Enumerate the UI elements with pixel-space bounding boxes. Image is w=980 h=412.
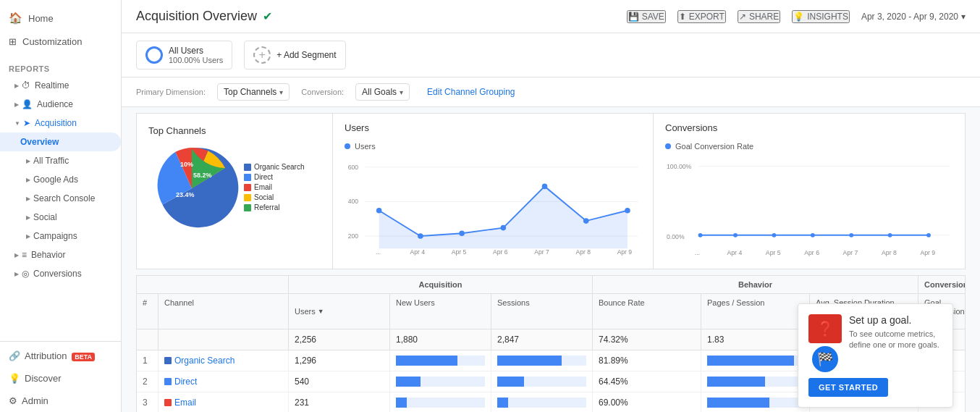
expand-icon: ▶ bbox=[14, 101, 19, 108]
conversion-label: Conversion: bbox=[301, 88, 344, 96]
edit-channel-grouping-link[interactable]: Edit Channel Grouping bbox=[427, 87, 515, 97]
segment-all-users[interactable]: All Users 100.00% Users bbox=[136, 41, 232, 70]
svg-point-27 bbox=[698, 233, 703, 237]
conversions-line-chart: 100.00% 0.00% ... Apr 4 Apr 5 Apr 6 Apr … bbox=[665, 156, 953, 258]
sidebar-item-home[interactable]: 🏠 Home bbox=[0, 6, 121, 30]
page-header: Acquisition Overview ✔ 💾 SAVE ⬆ EXPORT ↗… bbox=[122, 0, 980, 33]
sidebar-item-campaigns[interactable]: ▶ Campaigns bbox=[0, 227, 121, 245]
segment-add[interactable]: + + Add Segment bbox=[244, 41, 345, 70]
sidebar: 🏠 Home ⊞ Customization REPORTS ▶ ⏱ Realt… bbox=[0, 0, 122, 412]
admin-icon: ⚙ bbox=[9, 395, 17, 406]
organic-search-link[interactable]: Organic Search bbox=[164, 356, 282, 366]
insights-button[interactable]: 💡 INSIGHTS bbox=[792, 10, 850, 23]
expand-icon: ▶ bbox=[26, 196, 30, 202]
conversions-legend-dot bbox=[665, 143, 671, 149]
direct-link[interactable]: Direct bbox=[164, 377, 282, 387]
expand-icon: ▶ bbox=[26, 158, 30, 164]
col-bounce-rate[interactable]: Bounce Rate bbox=[593, 294, 701, 329]
svg-text:Apr 8: Apr 8 bbox=[575, 248, 591, 256]
sidebar-item-all-traffic[interactable]: ▶ All Traffic bbox=[0, 151, 121, 170]
sidebar-item-customization[interactable]: ⊞ Customization bbox=[0, 30, 121, 53]
date-range-picker[interactable]: Apr 3, 2020 - Apr 9, 2020 ▾ bbox=[861, 12, 966, 22]
dimension-bar: Primary Dimension: Top Channels ▾ Conver… bbox=[122, 77, 980, 107]
pie-container: 23.4% 58.2% 10% Organic Search Direct bbox=[148, 145, 321, 232]
svg-point-12 bbox=[500, 225, 506, 231]
sidebar-item-social[interactable]: ▶ Social bbox=[0, 208, 121, 227]
col-rank: # bbox=[137, 294, 159, 329]
sidebar-item-attribution[interactable]: 🔗 Attribution BETA bbox=[0, 345, 121, 367]
export-icon: ⬆ bbox=[679, 12, 686, 22]
svg-text:Apr 5: Apr 5 bbox=[766, 249, 781, 256]
sidebar-item-acquisition[interactable]: ▼ ➤ Acquisition bbox=[0, 114, 121, 133]
svg-point-28 bbox=[733, 233, 738, 237]
direct-dot bbox=[164, 378, 172, 385]
svg-text:200: 200 bbox=[348, 232, 359, 240]
total-users: 2,256 bbox=[289, 329, 390, 350]
svg-text:23.4%: 23.4% bbox=[176, 191, 195, 198]
expand-icon: ▼ bbox=[14, 120, 20, 127]
sidebar-item-realtime[interactable]: ▶ ⏱ Realtime bbox=[0, 76, 121, 95]
legend-referral: Referral bbox=[244, 203, 304, 211]
sidebar-item-search-console[interactable]: ▶ Search Console bbox=[0, 189, 121, 208]
col-sessions[interactable]: Sessions bbox=[491, 294, 593, 329]
primary-dim-select[interactable]: Top Channels ▾ bbox=[217, 83, 290, 101]
goal-setup-desc: To see outcome metrics, define one or mo… bbox=[849, 329, 942, 351]
organic-color bbox=[244, 164, 251, 171]
col-new-users[interactable]: New Users bbox=[390, 294, 491, 329]
email-link[interactable]: Email bbox=[164, 398, 282, 408]
get-started-button[interactable]: GET STARTED bbox=[808, 378, 888, 397]
insights-icon: 💡 bbox=[793, 12, 804, 22]
svg-text:Apr 6: Apr 6 bbox=[493, 248, 508, 256]
save-button[interactable]: 💾 SAVE bbox=[627, 10, 666, 23]
users-chart-title: Users bbox=[345, 122, 641, 133]
segment-bar: All Users 100.00% Users + + Add Segment bbox=[122, 33, 980, 77]
segment-name: All Users bbox=[169, 46, 223, 56]
conversion-select[interactable]: All Goals ▾ bbox=[355, 83, 410, 101]
direct-color bbox=[244, 174, 251, 181]
segment-circle bbox=[145, 46, 163, 64]
col-pages-session[interactable]: Pages / Session bbox=[701, 294, 810, 329]
svg-text:58.2%: 58.2% bbox=[193, 172, 212, 179]
svg-point-31 bbox=[849, 233, 853, 237]
sidebar-item-conversions[interactable]: ▶ ◎ Conversions bbox=[0, 264, 121, 283]
svg-point-15 bbox=[625, 208, 630, 214]
top-channels-title: Top Channels bbox=[148, 125, 321, 136]
add-segment-label: + Add Segment bbox=[276, 50, 336, 60]
svg-text:Apr 9: Apr 9 bbox=[920, 249, 935, 256]
sidebar-item-audience[interactable]: ▶ 👤 Audience bbox=[0, 95, 121, 114]
sidebar-item-overview[interactable]: Overview bbox=[0, 133, 121, 151]
page-title: Acquisition Overview ✔ bbox=[136, 9, 272, 24]
top-channels-chart: Top Channels bbox=[137, 114, 332, 269]
expand-icon: ▶ bbox=[26, 214, 30, 221]
audience-icon: 👤 bbox=[22, 99, 33, 109]
svg-text:Apr 6: Apr 6 bbox=[804, 249, 819, 256]
total-pages: 1.83 bbox=[701, 329, 810, 350]
data-table: Acquisition Behavior Conversions # Chann… bbox=[136, 275, 966, 412]
share-button[interactable]: ↗ SHARE bbox=[738, 10, 780, 23]
verified-icon: ✔ bbox=[263, 9, 272, 23]
goal-flag-icon: 🏁 bbox=[812, 346, 838, 372]
sidebar-item-google-ads[interactable]: ▶ Google Ads bbox=[0, 170, 121, 189]
goal-setup-panel: ❓ 🏁 Set up a goal. To see outcome metric… bbox=[798, 303, 953, 408]
export-button[interactable]: ⬆ EXPORT bbox=[677, 10, 726, 23]
svg-text:0.00%: 0.00% bbox=[667, 233, 685, 240]
conversions-icon: ◎ bbox=[22, 269, 29, 279]
header-actions: 💾 SAVE ⬆ EXPORT ↗ SHARE 💡 INSIGHTS Apr 3… bbox=[627, 10, 966, 23]
svg-text:Apr 8: Apr 8 bbox=[882, 249, 897, 256]
svg-text:Apr 4: Apr 4 bbox=[410, 248, 426, 256]
total-bounce-rate: 74.32% bbox=[593, 329, 701, 350]
share-icon: ↗ bbox=[739, 12, 746, 22]
conversions-group-header: Conversions bbox=[918, 276, 966, 293]
sidebar-item-behavior[interactable]: ▶ ≡ Behavior bbox=[0, 245, 121, 264]
sidebar-item-discover[interactable]: 💡 Discover bbox=[0, 367, 121, 390]
email-dot bbox=[164, 399, 172, 406]
sidebar-item-admin[interactable]: ⚙ Admin bbox=[0, 390, 121, 412]
chevron-down-icon: ▾ bbox=[961, 12, 966, 22]
beta-badge: BETA bbox=[72, 353, 95, 361]
svg-point-9 bbox=[376, 208, 382, 214]
svg-text:...: ... bbox=[376, 248, 381, 256]
svg-point-32 bbox=[888, 233, 892, 237]
behavior-icon: ≡ bbox=[22, 250, 27, 260]
svg-text:Apr 4: Apr 4 bbox=[727, 249, 742, 256]
col-users[interactable]: Users▼ bbox=[289, 294, 390, 329]
